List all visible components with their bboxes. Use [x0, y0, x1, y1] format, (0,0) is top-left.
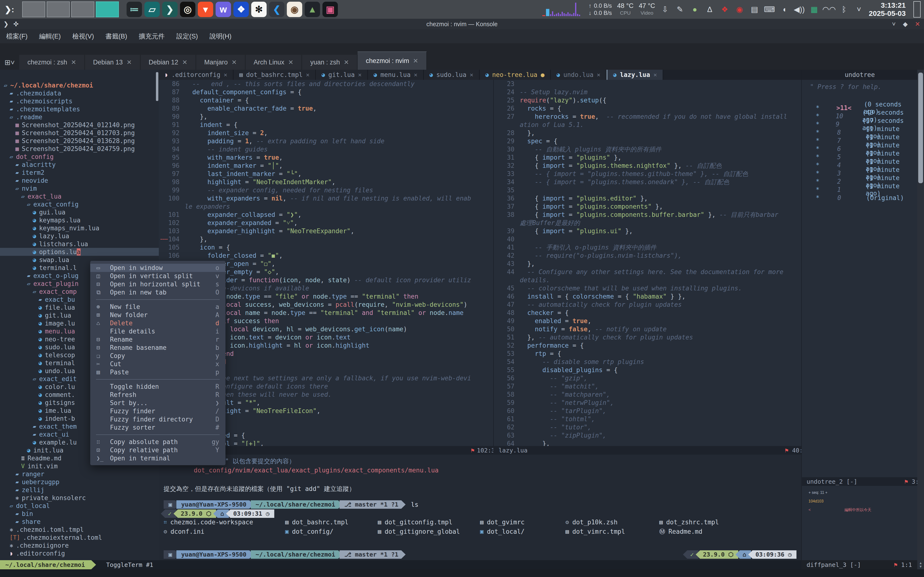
tab-close-icon[interactable]: ✕: [182, 59, 187, 66]
buffer-close-icon[interactable]: ✕: [597, 71, 600, 78]
konsole-icon[interactable]: ❯: [162, 2, 178, 17]
virtual-desktop-pager[interactable]: [22, 2, 119, 17]
desktop-4[interactable]: [96, 2, 119, 17]
context-menu-item[interactable]: ⧉Open in new tabO: [90, 288, 226, 297]
tab-close-icon[interactable]: ✕: [71, 59, 76, 66]
tree-item[interactable]: ▰ueberzugpp: [0, 478, 159, 486]
context-menu-item[interactable]: ❏Copyy: [90, 352, 226, 360]
context-menu-item[interactable]: ⊟Rename basenameb: [90, 343, 226, 352]
tree-item[interactable]: ▦Screenshot_20250424_012703.png: [0, 129, 159, 137]
tree-item[interactable]: ▰iterm2: [0, 169, 159, 176]
context-menu-item[interactable]: ♺Deleted: [90, 319, 226, 327]
context-menu-item[interactable]: Toggle hiddenR: [90, 382, 226, 391]
tree-item[interactable]: ▰bin: [0, 510, 159, 517]
tweaks-icon[interactable]: ≔: [126, 2, 142, 17]
file-manager-icon[interactable]: ▱: [144, 2, 160, 17]
terminal-tab[interactable]: Manjaro✕: [196, 55, 246, 70]
target-app-icon[interactable]: ◎: [180, 2, 195, 17]
audio-device-icon[interactable]: ◖: [780, 5, 789, 14]
tab-close-icon[interactable]: ✕: [231, 59, 237, 66]
tree-item[interactable]: ▰neovide: [0, 176, 159, 184]
vscode-icon[interactable]: ❮: [269, 2, 284, 17]
dbeaver-icon[interactable]: ◉: [287, 2, 302, 17]
notifications-icon[interactable]: Δ: [705, 5, 714, 14]
toggleterm-terminal[interactable]: <檔案>..." 以包含要提交的內容） dot_config/nvim/exac…: [159, 455, 801, 560]
tree-item[interactable]: ▱.readme: [0, 113, 159, 121]
tree-item[interactable]: ▱~/.local/share/chezmoi: [0, 81, 159, 89]
tree-item[interactable]: ▱exact_lua: [0, 192, 159, 200]
keyboard-icon[interactable]: ⌨: [765, 5, 774, 14]
scrollbar-arrows[interactable]: ▲▼: [917, 560, 924, 569]
bitwarden-icon[interactable]: ❖: [233, 2, 249, 17]
tree-item[interactable]: ◕keymaps_nvim.lua: [0, 224, 159, 232]
tab-close-icon[interactable]: ✕: [126, 59, 132, 66]
context-menu-item[interactable]: RefreshR: [90, 391, 226, 399]
app-launcher-icon[interactable]: ❯:: [0, 0, 19, 19]
tab-close-icon[interactable]: ✕: [413, 57, 418, 64]
desktop-1[interactable]: [22, 2, 45, 17]
tree-item[interactable]: ▰.chezmoidata: [0, 89, 159, 97]
context-menu-item[interactable]: ✂Cutx: [90, 360, 226, 368]
volume-icon[interactable]: ◀)): [795, 5, 804, 14]
tree-scrollbar[interactable]: [156, 72, 158, 101]
tree-item[interactable]: ▦Screenshot_20250424_012140.png: [0, 121, 159, 129]
cassette-icon[interactable]: ▦: [810, 5, 819, 14]
window-titlebar[interactable]: chezmoi : nvim — Konsole ❯✜ ˅◆✕: [0, 19, 924, 29]
context-menu-item[interactable]: Fuzzy finder directoryD: [90, 415, 226, 423]
tree-item[interactable]: ▱nvim: [0, 184, 159, 192]
tree-item[interactable]: ◗.editorconfig: [0, 550, 159, 557]
terminal-tab[interactable]: yuan : zsh✕: [302, 55, 357, 70]
tree-item[interactable]: ▱exact_config: [0, 200, 159, 208]
mountain-app-icon[interactable]: ▲: [305, 2, 320, 17]
desktop-3[interactable]: [71, 2, 94, 17]
terminal-tab[interactable]: Debian 12✕: [141, 55, 196, 70]
status-dot-icon[interactable]: ●: [690, 5, 699, 14]
context-menu-item[interactable]: ▤Pastep: [90, 368, 226, 376]
buffer-close-icon[interactable]: ✕: [306, 71, 309, 78]
buffer-tab[interactable]: ◕git.lua✕: [316, 70, 368, 80]
tree-item[interactable]: ◕lazy.lua: [0, 232, 159, 240]
screen-tool-icon[interactable]: ▣: [322, 2, 338, 17]
buffer-tab[interactable]: ◕undo.lua✕: [551, 70, 607, 80]
window-menu-button[interactable]: ˅: [892, 21, 896, 28]
context-menu-item[interactable]: File detailsi: [90, 327, 226, 335]
menu-說明(H)[interactable]: 說明(H): [209, 32, 231, 40]
context-menu-item[interactable]: Fuzzy finder/: [90, 407, 226, 415]
tree-item[interactable]: ▰.chezmoiscripts: [0, 97, 159, 105]
buffer-close-icon[interactable]: ✕: [224, 71, 227, 78]
buffer-tab[interactable]: ◕neo-tree.lua●: [480, 70, 551, 80]
tree-item[interactable]: ✱.chezmoi.toml.tmpl: [0, 525, 159, 533]
pulse-icon[interactable]: ◉: [735, 5, 744, 14]
tree-item[interactable]: ✱private_konsolerc: [0, 494, 159, 502]
context-menu-item[interactable]: ⊛New filea: [90, 303, 226, 311]
context-menu-item[interactable]: ⊡Copy relative pathY: [90, 446, 226, 454]
tree-item[interactable]: ✱.chezmoiignore: [0, 542, 159, 550]
tree-item[interactable]: ◕options.lua: [0, 248, 159, 256]
tab-close-icon[interactable]: ✕: [288, 59, 294, 66]
color-picker-icon[interactable]: ✎: [675, 5, 685, 14]
context-menu-item[interactable]: ⊟Renamer: [90, 335, 226, 343]
menu-檔案(F)[interactable]: 檔案(F): [6, 32, 27, 40]
editor-lazy-lua[interactable]: 2324-- Setup lazy.nvim25require("lazy").…: [493, 80, 802, 446]
buffer-close-icon[interactable]: ✕: [470, 71, 473, 78]
clock[interactable]: 3:13:21 2025-05-03: [869, 1, 906, 18]
wifi-icon[interactable]: ◠◠: [825, 5, 834, 14]
brave-icon[interactable]: ▾: [198, 2, 213, 17]
download-icon[interactable]: ⇩: [661, 5, 670, 14]
tree-item[interactable]: ▰share: [0, 517, 159, 525]
system-monitor-graph[interactable]: [542, 3, 583, 16]
buffer-tab[interactable]: ◕menu.lua✕: [368, 70, 424, 80]
tree-item[interactable]: ▦Screenshot_20250424_024759.png: [0, 145, 159, 153]
context-menu-item[interactable]: ⊟Open in horizontal splits: [90, 280, 226, 288]
maximize-button[interactable]: ◆: [903, 21, 908, 28]
buffer-tab[interactable]: ◕sudo.lua✕: [424, 70, 480, 80]
tree-item[interactable]: ▰ranger: [0, 470, 159, 478]
expand-tray-icon[interactable]: ˅: [855, 5, 864, 14]
context-menu-item[interactable]: ▭Open in windowo: [90, 264, 226, 272]
close-button[interactable]: ✕: [915, 21, 920, 28]
buffer-close-icon[interactable]: ✕: [358, 71, 362, 78]
clipboard-icon[interactable]: ▤: [750, 5, 759, 14]
new-tab-button[interactable]: ⊞˅: [0, 55, 19, 70]
context-menu-item[interactable]: Fuzzy sorter#: [90, 423, 226, 432]
tree-item[interactable]: ▰alacritty: [0, 161, 159, 169]
